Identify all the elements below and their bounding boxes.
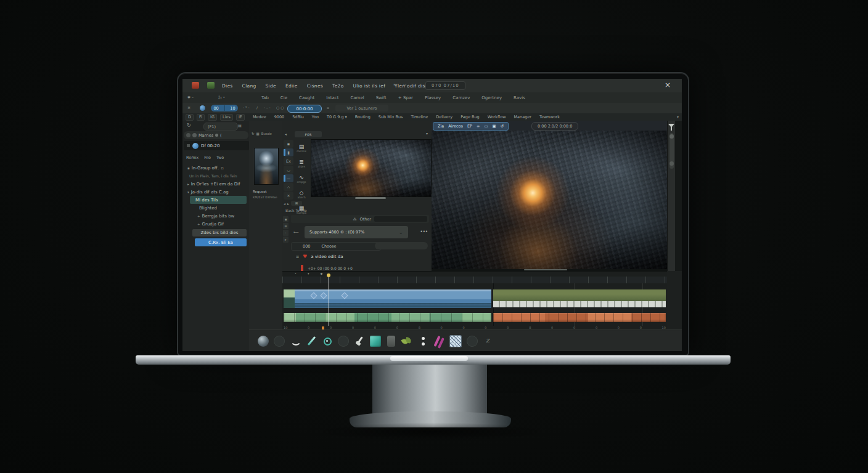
- page-tab[interactable]: Routing: [355, 115, 371, 119]
- undo-icon[interactable]: ↺: [501, 124, 504, 129]
- mode-toggle[interactable]: 00 10: [211, 105, 238, 111]
- brushes-tool-icon[interactable]: [433, 336, 444, 347]
- redo-icon[interactable]: ↩: [403, 83, 406, 87]
- menu-item[interactable]: Side: [266, 83, 276, 89]
- toolbar-button[interactable]: Ogertney: [481, 95, 502, 100]
- zoom-tool-icon[interactable]: [483, 336, 494, 347]
- monitor-icon[interactable]: ▭: [484, 124, 488, 129]
- pager-button[interactable]: ⊞: [291, 201, 302, 206]
- tool-dot-icon[interactable]: ✲: [187, 105, 190, 110]
- icon-tab[interactable]: IG: [208, 114, 217, 121]
- page-tab[interactable]: 5dBiu: [292, 115, 304, 119]
- refresh-icon[interactable]: ↻: [187, 123, 191, 128]
- timeline-marker-icon[interactable]: •: [295, 272, 297, 275]
- heart-row[interactable]: ⊞ ♥ a video edit da: [296, 254, 343, 259]
- slider-knob-bottom[interactable]: [669, 161, 674, 166]
- filter-item[interactable]: File: [204, 155, 211, 160]
- slider-knob-top[interactable]: [669, 134, 674, 139]
- preview-image[interactable]: [311, 139, 432, 197]
- slash-icon[interactable]: /: [256, 105, 258, 110]
- page-tab[interactable]: Delivery: [436, 115, 452, 119]
- arc-tool-icon[interactable]: [290, 336, 301, 347]
- tree-row[interactable]: C.Rx. Eli Ea: [195, 238, 247, 246]
- rail-button[interactable]: Ex: [284, 157, 293, 165]
- menu-item[interactable]: Dies: [222, 83, 233, 89]
- tree-row[interactable]: Un in Plein, Tam, i dis Tein: [182, 172, 249, 180]
- panel-nav-back-icon[interactable]: ◂: [285, 132, 287, 136]
- toolbar-button[interactable]: Camel: [350, 95, 364, 100]
- toggle-off-label[interactable]: 10: [230, 106, 235, 111]
- filter-item[interactable]: Remix: [186, 155, 199, 160]
- toolbar-button[interactable]: Plassey: [425, 95, 441, 100]
- menu-item[interactable]: Ediie: [285, 83, 298, 89]
- panel-tool-icon[interactable]: [387, 336, 395, 347]
- toolbar-button[interactable]: Caught: [299, 95, 314, 100]
- tree-row[interactable]: ▸ In Or'les +Ei em da Dif: [182, 180, 249, 188]
- menu-item[interactable]: Clang: [242, 83, 256, 89]
- version-field[interactable]: Ver 1 ouzunero: [335, 105, 388, 111]
- pattern-frame-icon[interactable]: [449, 335, 462, 347]
- page-tab[interactable]: Medee: [253, 115, 266, 119]
- page-tab[interactable]: Sub Mix Bus: [379, 115, 403, 119]
- tree-row[interactable]: + Berrgja bits bw: [182, 212, 249, 220]
- list-menu-icon[interactable]: ▤: [238, 123, 242, 127]
- toolbar-button[interactable]: Ravis: [514, 95, 525, 100]
- add-icon[interactable]: [192, 133, 197, 137]
- zoom-label[interactable]: Zia: [438, 124, 444, 129]
- timeline-marker-icon[interactable]: ▾: [308, 272, 309, 275]
- value-field[interactable]: [375, 242, 428, 249]
- icon-tab[interactable]: Lies: [220, 114, 233, 121]
- icon-tab[interactable]: D: [186, 114, 194, 121]
- more-dots-icon[interactable]: [417, 336, 428, 347]
- page-tab[interactable]: 9000: [274, 115, 285, 119]
- filmstrip-row[interactable]: [493, 301, 666, 307]
- app-logo-green-icon[interactable]: [207, 82, 215, 89]
- page-tab[interactable]: Manager: [514, 115, 532, 119]
- menu-item[interactable]: Ulio ist ils ief: [353, 83, 386, 89]
- icon-tab[interactable]: Fi: [197, 114, 205, 121]
- panel-corner-icon[interactable]: ▾: [426, 131, 428, 135]
- search-input[interactable]: (F1): [203, 123, 238, 131]
- dim-circle-icon[interactable]: [338, 336, 349, 347]
- tool-button[interactable]: ▤merms: [294, 140, 309, 156]
- page-tab[interactable]: Teamwork: [539, 115, 560, 119]
- thumbnail-track-green[interactable]: [284, 313, 491, 322]
- tree-row[interactable]: ▾ Ja-dis dif ats C.ag: [182, 188, 249, 196]
- page-tab[interactable]: Page Bug: [461, 115, 480, 119]
- settings-icon[interactable]: ✱ –: [187, 95, 194, 99]
- undo-icon[interactable]: ↻: [393, 83, 396, 87]
- thumbnail-track-orange[interactable]: [493, 313, 666, 322]
- inspector-tab[interactable]: F05: [295, 131, 322, 137]
- menu-item[interactable]: Cisnes: [307, 83, 323, 89]
- tool-button[interactable]: ≣ahjes: [294, 156, 309, 171]
- link-icon[interactable]: ○ ○: [276, 105, 284, 110]
- menu-item[interactable]: Te2o: [332, 83, 343, 89]
- tool-button[interactable]: ◇aberh: [294, 187, 309, 202]
- leaf-tool-icon[interactable]: [401, 336, 412, 347]
- orb-toggle-icon[interactable]: [200, 105, 205, 111]
- target-tool-icon[interactable]: [322, 336, 333, 347]
- dim-circle-icon[interactable]: [274, 336, 285, 347]
- rail-button[interactable]: ◡: [284, 166, 293, 174]
- tree-row[interactable]: Blighted: [182, 204, 249, 212]
- filter-item[interactable]: Two: [216, 155, 224, 160]
- tree-row[interactable]: ▪ In-Group off. 🗋: [182, 164, 249, 172]
- more-button[interactable]: •••: [420, 229, 428, 234]
- rail-button[interactable]: —: [284, 174, 293, 182]
- timeline-marker-icon[interactable]: ◆: [320, 272, 322, 275]
- pencil-tool-icon[interactable]: [306, 336, 317, 347]
- toolbar-button[interactable]: Swift: [376, 95, 387, 100]
- media-refresh-icon[interactable]: ↻: [252, 132, 255, 135]
- timeline-ruler[interactable]: [282, 277, 667, 283]
- clip-green-cap[interactable]: [284, 289, 295, 308]
- dim-circle-icon[interactable]: [467, 336, 478, 347]
- globe-icon[interactable]: [258, 336, 269, 347]
- filter-funnel-icon[interactable]: [668, 124, 674, 127]
- page-tab[interactable]: Timeline: [411, 115, 428, 119]
- rail-button[interactable]: ▮: [284, 148, 293, 156]
- back-arrow-icon[interactable]: ⟵: [293, 230, 299, 234]
- tree-row[interactable]: + Grudja Gif: [182, 220, 249, 228]
- playhead-line[interactable]: [329, 277, 329, 326]
- viewer-image[interactable]: [432, 131, 667, 269]
- toolbar-button[interactable]: Intact: [326, 95, 338, 100]
